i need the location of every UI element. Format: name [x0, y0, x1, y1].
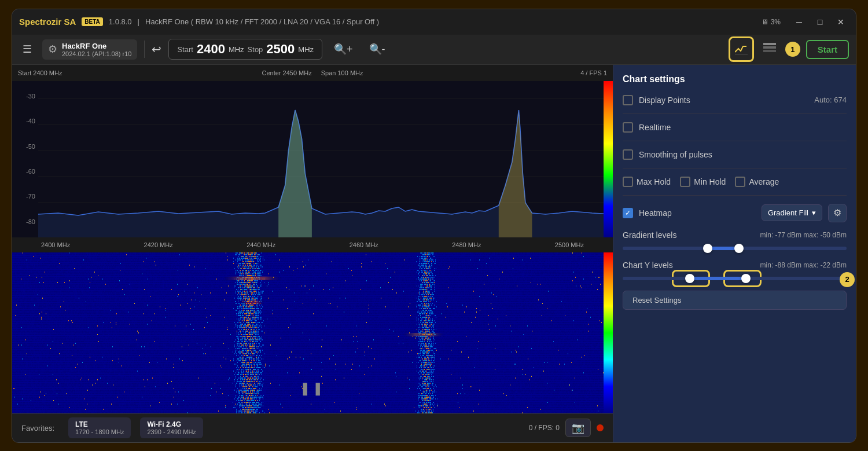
bottom-bar: Favorites: LTE 1720 - 1890 MHz Wi-Fi 2.4… — [12, 413, 613, 442]
y-label-60: -60 — [12, 168, 38, 175]
title-sep: | — [138, 17, 139, 26]
colorbar-waterfall — [604, 252, 613, 413]
window-controls: ─ □ ✕ — [791, 14, 849, 30]
zoom-in-button[interactable]: 🔍+ — [329, 41, 358, 58]
spectrum-chart: -30 -40 -50 -60 -70 -80 — [12, 81, 613, 237]
chart-icon — [735, 44, 748, 54]
bottom-fps: 0 / FPS: 0 — [529, 424, 560, 432]
gradient-min: min: -77 dBm — [760, 231, 801, 239]
display-points-checkbox[interactable] — [623, 95, 633, 105]
stop-freq-value: 2500 — [266, 42, 295, 57]
smoothing-label: Smoothing of pulses — [639, 150, 847, 159]
chart-view-button[interactable] — [729, 36, 754, 62]
max-hold-label: Max Hold — [637, 177, 671, 186]
fav-lte-freq: 1720 - 1890 MHz — [75, 428, 124, 435]
zoom-out-button[interactable]: 🔍- — [365, 41, 390, 58]
gradient-slider-thumb-max[interactable] — [734, 244, 744, 253]
app-title: Spectrozir SA — [19, 17, 76, 27]
heatmap-settings-button[interactable]: ⚙ — [828, 204, 847, 222]
chart-settings-panel: Chart settings Display Points Auto: 674 … — [613, 65, 856, 442]
annotation-badge-2: 2 — [840, 272, 855, 287]
freq-bar-start: Start 2400 MHz — [18, 69, 62, 76]
heatmap-checkbox[interactable] — [623, 208, 633, 218]
freq-tick-2: 2440 MHz — [247, 241, 275, 248]
chart-y-section: Chart Y levels min: -88 dBm max: -22 dBm — [623, 261, 847, 283]
chart-y-slider-wrapper: 2 — [623, 274, 847, 283]
freq-range-group: Start 2400 MHz Stop 2500 MHz — [168, 39, 322, 60]
realtime-checkbox[interactable] — [623, 122, 633, 133]
display-points-label: Display Points — [639, 96, 808, 105]
gradient-title: Gradient levels — [623, 230, 676, 240]
favorites-label: Favorites: — [21, 424, 54, 432]
svg-rect-2 — [763, 46, 776, 49]
span-freq: Span 100 MHz — [321, 69, 363, 76]
reset-button[interactable]: Reset Settings — [623, 291, 847, 310]
fav-wifi-name: Wi-Fi 2.4G — [147, 420, 196, 428]
min-hold-label: Min Hold — [694, 177, 726, 186]
realtime-label: Realtime — [639, 123, 847, 132]
heatmap-mode-select[interactable]: Gradient Fill ▾ — [762, 204, 822, 221]
chevron-down-icon: ▾ — [812, 208, 816, 217]
undo-button[interactable]: ↩ — [152, 42, 161, 56]
gradient-slider-track[interactable] — [623, 247, 847, 250]
screenshot-button[interactable]: 📷 — [565, 419, 591, 437]
svg-rect-1 — [763, 43, 776, 45]
divider-3 — [623, 168, 847, 168]
minimize-button[interactable]: ─ — [791, 14, 807, 30]
waterfall-view-button[interactable] — [759, 41, 781, 58]
waterfall-icon — [763, 43, 776, 53]
y-label-80: -80 — [12, 218, 38, 225]
annotation-badge-1: 1 — [785, 42, 800, 57]
max-hold-item: Max Hold — [623, 177, 671, 187]
chart-y-title: Chart Y levels — [623, 261, 673, 270]
app-version: 1.0.8.0 — [109, 17, 132, 26]
heatmap-row: Heatmap Gradient Fill ▾ ⚙ — [623, 204, 847, 222]
favorite-wifi[interactable]: Wi-Fi 2.4G 2390 - 2490 MHz — [140, 417, 203, 438]
chart-y-slider-thumb-min[interactable] — [685, 274, 694, 283]
close-button[interactable]: ✕ — [833, 14, 849, 30]
heatmap-label: Heatmap — [639, 208, 756, 218]
beta-badge: BETA — [82, 17, 102, 26]
title-bar: Spectrozir SA BETA 1.0.8.0 | HackRF One … — [12, 9, 856, 35]
y-label-50: -50 — [12, 143, 38, 150]
start-button[interactable]: Start — [806, 40, 849, 59]
y-label-30: -30 — [12, 93, 38, 100]
gradient-values: min: -77 dBm max: -50 dBm — [760, 231, 847, 239]
device-info-title: HackRF One ( RBW 10 kHz / FFT 2000 / LNA… — [145, 17, 379, 26]
smoothing-row: Smoothing of pulses — [623, 149, 847, 160]
waterfall: ❚❚ — [12, 252, 613, 413]
chart-y-slider-thumb-max[interactable] — [741, 274, 751, 283]
freq-bar-center: Center 2450 MHz Span 100 MHz — [262, 69, 363, 76]
chart-y-header: Chart Y levels min: -88 dBm max: -22 dBm — [623, 261, 847, 270]
menu-button[interactable]: ☰ — [19, 41, 35, 58]
max-hold-checkbox[interactable] — [623, 177, 633, 187]
stop-freq-unit: MHz — [298, 45, 314, 54]
maximize-button[interactable]: □ — [812, 14, 828, 30]
gear-icon: ⚙ — [48, 43, 57, 56]
y-label-40: -40 — [12, 118, 38, 124]
gradient-max: max: -50 dBm — [803, 231, 847, 239]
bottom-right: 0 / FPS: 0 📷 — [529, 419, 604, 437]
toolbar-right: 1 Start — [729, 36, 849, 62]
start-label: Start — [177, 45, 193, 54]
gradient-slider-thumb-min[interactable] — [703, 244, 712, 253]
colorbar-spectrum — [604, 81, 613, 237]
chart-y-max: max: -22 dBm — [803, 261, 847, 269]
average-checkbox[interactable] — [735, 177, 745, 187]
chart-y-slider-track[interactable] — [623, 277, 847, 280]
start-freq-value: 2400 — [197, 42, 225, 57]
favorite-lte[interactable]: LTE 1720 - 1890 MHz — [68, 417, 131, 438]
panel-title: Chart settings — [623, 74, 847, 85]
fav-wifi-freq: 2390 - 2490 MHz — [147, 428, 196, 435]
gradient-header: Gradient levels min: -77 dBm max: -50 dB… — [623, 230, 847, 240]
divider-1 — [623, 113, 847, 114]
device-name: HackRF One — [62, 42, 131, 50]
cpu-info: 🖥 3% — [762, 18, 781, 26]
smoothing-checkbox[interactable] — [623, 149, 633, 160]
freq-tick-3: 2460 MHz — [350, 241, 378, 248]
divider-2 — [623, 141, 847, 141]
realtime-row: Realtime — [623, 122, 847, 133]
freq-tick-1: 2420 MHz — [144, 241, 173, 248]
min-hold-checkbox[interactable] — [680, 177, 690, 187]
average-item: Average — [735, 177, 779, 187]
